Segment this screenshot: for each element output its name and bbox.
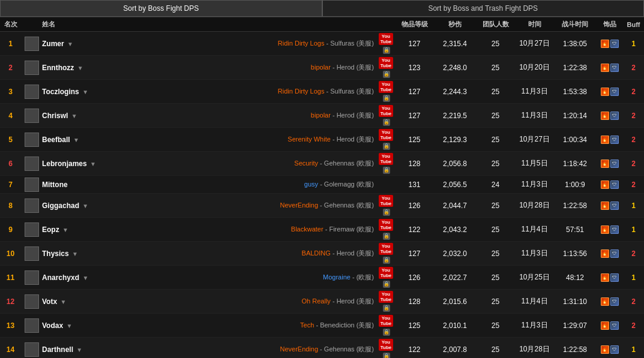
youtube-icon-col: YouTube 🔒: [377, 33, 395, 54]
youtube-icon[interactable]: YouTube: [379, 339, 394, 351]
guild-name[interactable]: Blackwater: [291, 225, 324, 233]
equip-icon-shield: 🛡: [610, 297, 619, 306]
dropdown-arrow-icon[interactable]: ▼: [71, 113, 77, 119]
player-name[interactable]: Chriswl: [42, 112, 68, 120]
table-row[interactable]: 7 Mittone gusy - Golemagg (欧服) 131 2,056…: [0, 176, 644, 194]
table-row[interactable]: 13 Vodax ▼ Tech - Benediction (美服) YouTu…: [0, 314, 644, 338]
buff-col: 2: [623, 297, 644, 306]
lock-icon: 🔒: [383, 119, 390, 126]
youtube-icon[interactable]: YouTube: [379, 153, 394, 165]
guild-separator: -: [333, 112, 337, 119]
guild-name[interactable]: Oh Really: [302, 297, 331, 305]
sort-boss-trash-dps-button[interactable]: Sort by Boss and Trash Fight DPS: [322, 0, 645, 17]
player-name[interactable]: Lebronjames: [42, 160, 87, 168]
header-date: 时间: [515, 20, 554, 29]
dropdown-arrow-icon[interactable]: ▼: [90, 161, 96, 167]
avatar: [25, 133, 39, 147]
player-name[interactable]: Darthnell: [42, 345, 73, 354]
player-name[interactable]: Ennthozz: [42, 64, 74, 72]
guild-log-col: Serenity White - Herod (美服): [162, 135, 377, 144]
dropdown-arrow-icon[interactable]: ▼: [66, 323, 72, 329]
dps-col: 2,022.7: [434, 273, 476, 282]
youtube-icon[interactable]: YouTube: [379, 315, 394, 327]
table-row[interactable]: 1 Zumer ▼ Ridin Dirty Logs - Sulfuras (美…: [0, 32, 644, 56]
player-name[interactable]: Votx: [42, 297, 57, 306]
dropdown-arrow-icon[interactable]: ▼: [60, 299, 66, 305]
youtube-icon[interactable]: YouTube: [379, 267, 394, 279]
guild-name[interactable]: bipolar: [311, 112, 331, 119]
player-name[interactable]: Beefball: [42, 136, 70, 144]
server-name: Gehennas (欧服): [324, 345, 374, 353]
equip-icon-fire: 🔥: [601, 345, 609, 354]
sort-boss-dps-button[interactable]: Sort by Boss Fight DPS: [0, 0, 322, 17]
player-name[interactable]: Thysics: [42, 249, 69, 258]
player-name[interactable]: Giggachad: [42, 201, 79, 210]
ilvl-col: 131: [395, 180, 434, 189]
table-row[interactable]: 6 Lebronjames ▼ Security - Gehennas (欧服)…: [0, 152, 644, 176]
guild-name[interactable]: gusy: [304, 180, 318, 188]
table-row[interactable]: 3 Toczlogins ▼ Ridin Dirty Logs - Sulfur…: [0, 80, 644, 104]
dropdown-arrow-icon[interactable]: ▼: [67, 41, 73, 47]
table-row[interactable]: 9 Eopz ▼ Blackwater - Firemaw (欧服) YouTu…: [0, 218, 644, 242]
youtube-icon[interactable]: YouTube: [379, 33, 394, 45]
buff-col: 2: [623, 249, 644, 258]
player-name[interactable]: Vodax: [42, 321, 63, 330]
dps-col: 2,007.8: [434, 345, 476, 354]
table-row[interactable]: 14 Darthnell ▼ NeverEnding - Gehennas (欧…: [0, 338, 644, 358]
guild-name[interactable]: Mograine: [323, 273, 351, 281]
youtube-icon[interactable]: YouTube: [379, 291, 394, 303]
table-row[interactable]: 10 Thysics ▼ BALDING - Herod (美服) YouTub…: [0, 242, 644, 266]
guild-name[interactable]: NeverEnding: [280, 201, 318, 209]
combat-time-col: 48:12: [554, 273, 596, 282]
youtube-icon[interactable]: YouTube: [379, 129, 394, 141]
youtube-icon[interactable]: YouTube: [379, 195, 394, 207]
player-name[interactable]: Mittone: [42, 180, 68, 189]
combat-time-col: 1:22:58: [554, 345, 596, 354]
guild-name[interactable]: Security: [294, 160, 318, 167]
server-name: Sulfuras (美服): [330, 88, 374, 95]
guild-name[interactable]: Ridin Dirty Logs: [278, 88, 325, 95]
dropdown-arrow-icon[interactable]: ▼: [73, 137, 79, 143]
player-name[interactable]: Toczlogins: [42, 88, 79, 96]
guild-log-col: Oh Really - Herod (美服): [162, 297, 377, 306]
youtube-icon[interactable]: YouTube: [379, 57, 394, 69]
server-name: Gehennas (欧服): [324, 160, 374, 167]
dps-col: 2,244.3: [434, 88, 476, 96]
table-row[interactable]: 5 Beefball ▼ Serenity White - Herod (美服)…: [0, 128, 644, 152]
dropdown-arrow-icon[interactable]: ▼: [77, 65, 83, 71]
guild-name[interactable]: Ridin Dirty Logs: [278, 40, 325, 47]
table-row[interactable]: 8 Giggachad ▼ NeverEnding - Gehennas (欧服…: [0, 194, 644, 218]
rank-number: 9: [0, 225, 21, 234]
dropdown-arrow-icon[interactable]: ▼: [82, 203, 88, 209]
top-buttons-container: Sort by Boss Fight DPS Sort by Boss and …: [0, 0, 644, 17]
guild-name[interactable]: NeverEnding: [280, 345, 318, 353]
table-row[interactable]: 12 Votx ▼ Oh Really - Herod (美服) YouTube…: [0, 290, 644, 314]
youtube-icon[interactable]: YouTube: [379, 243, 394, 255]
equip-icon-fire: 🔥: [601, 225, 609, 234]
equip-icons-col: 🔥 🛡: [596, 345, 623, 354]
table-row[interactable]: 2 Ennthozz ▼ bipolar - Herod (美服) YouTub…: [0, 56, 644, 80]
avatar: [25, 37, 39, 51]
youtube-icon[interactable]: YouTube: [379, 219, 394, 231]
guild-name[interactable]: BALDING: [302, 249, 331, 257]
dropdown-arrow-icon[interactable]: ▼: [62, 227, 68, 233]
table-row[interactable]: 11 Anarchyxd ▼ Mograine - (欧服) YouTube 🔒…: [0, 266, 644, 290]
guild-name[interactable]: bipolar: [311, 64, 331, 71]
guild-name[interactable]: Tech: [300, 321, 314, 329]
dropdown-arrow-icon[interactable]: ▼: [82, 89, 88, 95]
player-name[interactable]: Anarchyxd: [42, 273, 79, 282]
dropdown-arrow-icon[interactable]: ▼: [76, 347, 82, 353]
youtube-icon[interactable]: YouTube: [379, 105, 394, 117]
guild-name[interactable]: Serenity White: [287, 136, 331, 143]
player-name[interactable]: Eopz: [42, 225, 59, 234]
youtube-icon-col: YouTube 🔒: [377, 219, 395, 240]
lock-icon: 🔒: [383, 143, 390, 150]
dropdown-arrow-icon[interactable]: ▼: [82, 275, 88, 281]
lock-icon: 🔒: [383, 329, 390, 336]
team-size-col: 25: [476, 321, 515, 330]
youtube-icon[interactable]: YouTube: [379, 81, 394, 93]
dps-col: 2,219.5: [434, 112, 476, 120]
player-name[interactable]: Zumer: [42, 40, 64, 48]
dropdown-arrow-icon[interactable]: ▼: [72, 251, 78, 257]
table-row[interactable]: 4 Chriswl ▼ bipolar - Herod (美服) YouTube…: [0, 104, 644, 128]
